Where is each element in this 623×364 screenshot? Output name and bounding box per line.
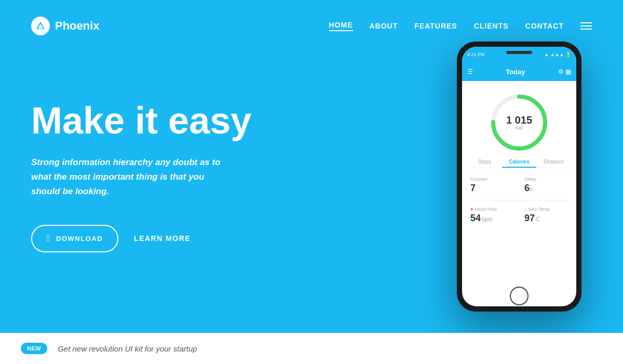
tab-steps[interactable]: Steps (467, 157, 502, 168)
stat-sleep: Sleep 6h (521, 174, 571, 196)
heart-value: 54 bpm (470, 213, 514, 224)
logo-icon (31, 17, 50, 35)
nav: HOME ABOUT FEATURES CLIENTS CONTACT (329, 21, 592, 31)
hamburger-menu-icon[interactable] (580, 22, 592, 30)
download-label: DOWNLOAD (56, 235, 103, 242)
nav-item-features[interactable]: FEATURES (414, 22, 457, 30)
apple-icon:  (47, 233, 51, 244)
nav-item-about[interactable]: ABOUT (370, 22, 398, 30)
phone-tabs: Steps Calories Distance (467, 157, 571, 168)
phone-screen: 4:21 PM ▲ ▲▲▲ 🔋 ☰ Today ⚙ ▦ (462, 47, 576, 306)
new-badge: NEW (21, 343, 47, 354)
phone-body: 1 015 call Steps Calories Distance Glass… (462, 81, 576, 306)
ring-value: 1 015 (506, 115, 532, 125)
stat-temp: ↓ Skin Temp 97 C (521, 205, 571, 226)
logo-text: Phoenix (55, 19, 100, 33)
hero-title: Make it easy (31, 101, 251, 141)
glasses-value: 7 (470, 183, 514, 194)
glasses-label: Glasses (470, 177, 514, 182)
sleep-value: 6h (524, 183, 568, 194)
temp-label: ↓ Skin Temp (524, 207, 568, 212)
logo[interactable]: Phoenix (31, 17, 100, 35)
hero-buttons:  DOWNLOAD LEARN MORE (31, 225, 251, 252)
phone-outer: 4:21 PM ▲ ▲▲▲ 🔋 ☰ Today ⚙ ▦ (457, 42, 581, 312)
ring-chart-center: 1 015 call (506, 115, 532, 130)
stat-glasses: Glasses 7 (467, 174, 517, 196)
phone-nav-bar: ☰ Today ⚙ ▦ (462, 62, 576, 81)
temp-value: 97 C (524, 213, 568, 224)
phone-settings-icon: ⚙ ▦ (558, 68, 571, 75)
bottom-bar: NEW Get new revolution UI kit for your s… (0, 333, 623, 364)
hero-subtitle: Strong information hierarchy any doubt a… (31, 155, 228, 199)
hero-content: Make it easy Strong information hierarch… (31, 101, 251, 252)
tab-distance[interactable]: Distance (536, 157, 571, 168)
phone-nav-title: Today (473, 68, 558, 76)
phone-time: 4:21 PM (467, 52, 485, 57)
ring-chart: 1 015 call (488, 91, 550, 154)
phone-stats: Glasses 7 Sleep 6h (467, 172, 571, 198)
bottom-text: Get new revolution UI kit for your start… (58, 344, 197, 353)
header: Phoenix HOME ABOUT FEATURES CLIENTS CONT… (0, 0, 623, 52)
phone-menu-icon: ☰ (467, 68, 473, 75)
heart-label: ♥ Heart Rate (470, 207, 514, 212)
stat-heart: ♥ Heart Rate 54 bpm (467, 205, 517, 226)
sleep-label: Sleep (524, 177, 568, 182)
download-button[interactable]:  DOWNLOAD (31, 225, 118, 252)
tab-calories[interactable]: Calories (502, 157, 537, 168)
nav-item-clients[interactable]: CLIENTS (474, 22, 509, 30)
phone-mockup: 4:21 PM ▲ ▲▲▲ 🔋 ☰ Today ⚙ ▦ (457, 42, 592, 332)
learn-more-button[interactable]: LEARN MORE (134, 234, 191, 242)
ring-label: call (506, 125, 532, 130)
nav-item-contact[interactable]: CONTACT (525, 22, 564, 30)
phone-status-icons: ▲ ▲▲▲ 🔋 (544, 52, 571, 57)
nav-item-home[interactable]: HOME (329, 21, 353, 31)
divider (467, 200, 571, 200)
phone-vitals: ♥ Heart Rate 54 bpm ↓ Skin Temp (467, 203, 571, 228)
